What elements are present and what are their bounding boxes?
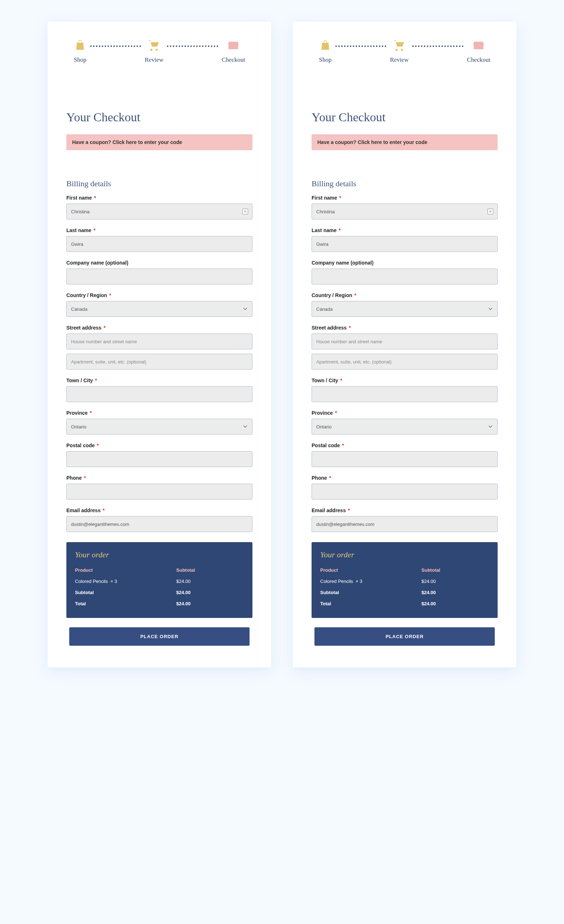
progress-stepper: Shop Review Checkout <box>66 39 253 63</box>
order-total-value: $24.00 <box>177 601 244 606</box>
country-row: Country / Region * Canada <box>66 292 253 317</box>
order-header-subtotal: Subtotal <box>422 567 489 573</box>
checkout-card-right: Shop Review Checkout Your Checkout Have … <box>293 22 516 668</box>
postal-field[interactable] <box>311 451 498 467</box>
city-field[interactable] <box>311 386 498 402</box>
order-item-price: $24.00 <box>422 579 489 584</box>
city-row: Town / City * <box>66 378 253 402</box>
page-title: Your Checkout <box>66 111 253 124</box>
country-select[interactable]: Canada <box>66 301 253 317</box>
place-order-button[interactable]: PLACE ORDER <box>69 627 250 646</box>
step-shop[interactable]: Shop <box>73 39 87 63</box>
street-row: Street address * <box>311 325 498 370</box>
cart-icon <box>148 39 160 52</box>
order-total-value: $24.00 <box>422 601 489 606</box>
postal-field[interactable] <box>66 451 253 467</box>
street-1-field[interactable] <box>311 333 498 350</box>
bag-icon <box>319 39 332 52</box>
progress-dots <box>90 45 141 47</box>
order-subtotal-label: Subtotal <box>75 590 177 595</box>
country-label: Country / Region * <box>66 292 253 298</box>
company-label: Company name (optional) <box>311 260 498 266</box>
province-row: Province * Ontario <box>66 410 253 435</box>
checkout-card-left: Shop Review Checkout Your Checkout Have … <box>48 22 271 668</box>
country-select[interactable]: Canada <box>311 301 498 317</box>
order-item-qty: × 3 <box>356 579 362 584</box>
phone-field[interactable] <box>66 484 253 500</box>
step-label: Checkout <box>467 56 491 63</box>
street-2-field[interactable] <box>311 354 498 370</box>
email-label: Email address * <box>311 507 498 513</box>
province-select[interactable]: Ontario <box>311 418 498 435</box>
order-subtotal-value: $24.00 <box>177 590 244 595</box>
country-row: Country / Region * Canada <box>311 292 498 317</box>
city-field[interactable] <box>66 386 253 402</box>
autofill-icon: ≡ <box>242 208 248 214</box>
step-label: Shop <box>74 56 87 63</box>
first-name-field[interactable] <box>311 204 498 219</box>
order-title: Your order <box>320 550 489 560</box>
order-header-subtotal: Subtotal <box>177 567 244 573</box>
order-subtotal-row: Subtotal $24.00 <box>75 587 244 598</box>
place-order-button[interactable]: PLACE ORDER <box>314 627 495 646</box>
store-icon <box>472 39 485 52</box>
company-label: Company name (optional) <box>66 260 253 266</box>
step-checkout[interactable]: Checkout <box>467 39 491 63</box>
phone-label: Phone * <box>66 475 253 481</box>
province-label: Province * <box>311 410 498 416</box>
email-field[interactable] <box>311 516 498 532</box>
order-total-row: Total $24.00 <box>320 598 489 609</box>
email-label: Email address * <box>66 507 253 513</box>
city-label: Town / City * <box>66 378 253 383</box>
street-label: Street address * <box>66 325 253 331</box>
step-review[interactable]: Review <box>145 39 163 63</box>
company-field[interactable] <box>311 268 498 284</box>
order-total-row: Total $24.00 <box>75 598 244 609</box>
first-name-label: First name * <box>311 195 498 201</box>
email-field[interactable] <box>66 516 253 532</box>
order-summary: Your order Product Subtotal Colored Penc… <box>66 542 253 618</box>
order-header-row: Product Subtotal <box>75 564 244 576</box>
order-summary: Your order Product Subtotal Colored Penc… <box>311 542 498 618</box>
company-field[interactable] <box>66 268 253 284</box>
billing-section-title: Billing details <box>66 179 253 188</box>
step-review[interactable]: Review <box>390 39 408 63</box>
last-name-label: Last name * <box>311 227 498 233</box>
order-item-name: Colored Pencils <box>75 579 108 584</box>
street-2-field[interactable] <box>66 354 253 370</box>
coupon-toggle[interactable]: Have a coupon? Click here to enter your … <box>311 134 498 150</box>
postal-label: Postal code * <box>311 442 498 448</box>
street-label: Street address * <box>311 325 498 331</box>
street-1-field[interactable] <box>66 333 253 350</box>
coupon-toggle[interactable]: Have a coupon? Click here to enter your … <box>66 134 253 150</box>
city-row: Town / City * <box>311 378 498 402</box>
step-checkout[interactable]: Checkout <box>222 39 245 63</box>
province-select[interactable]: Ontario <box>66 418 253 435</box>
billing-section-title: Billing details <box>311 179 498 188</box>
last-name-field[interactable] <box>66 236 253 252</box>
postal-label: Postal code * <box>66 442 253 448</box>
last-name-field[interactable] <box>311 236 498 252</box>
progress-dots <box>335 45 386 47</box>
order-item-name: Colored Pencils <box>320 579 353 584</box>
first-name-field[interactable] <box>66 204 253 219</box>
company-row: Company name (optional) <box>66 260 253 284</box>
step-label: Review <box>145 56 163 63</box>
step-label: Shop <box>319 56 332 63</box>
order-subtotal-label: Subtotal <box>320 590 422 595</box>
last-name-row: Last name * <box>66 227 253 252</box>
step-shop[interactable]: Shop <box>319 39 332 63</box>
bag-icon <box>73 39 87 52</box>
order-item-qty: × 3 <box>110 579 117 584</box>
autofill-icon: ≡ <box>488 208 493 214</box>
step-label: Review <box>390 56 408 63</box>
phone-field[interactable] <box>311 484 498 500</box>
store-icon <box>227 39 240 52</box>
email-row: Email address * <box>66 507 253 532</box>
phone-row: Phone * <box>66 475 253 500</box>
order-total-label: Total <box>320 601 422 606</box>
order-header-product: Product <box>75 567 177 573</box>
email-row: Email address * <box>311 507 498 532</box>
page-title: Your Checkout <box>311 111 498 124</box>
order-line-item: Colored Pencils × 3 $24.00 <box>75 576 244 587</box>
